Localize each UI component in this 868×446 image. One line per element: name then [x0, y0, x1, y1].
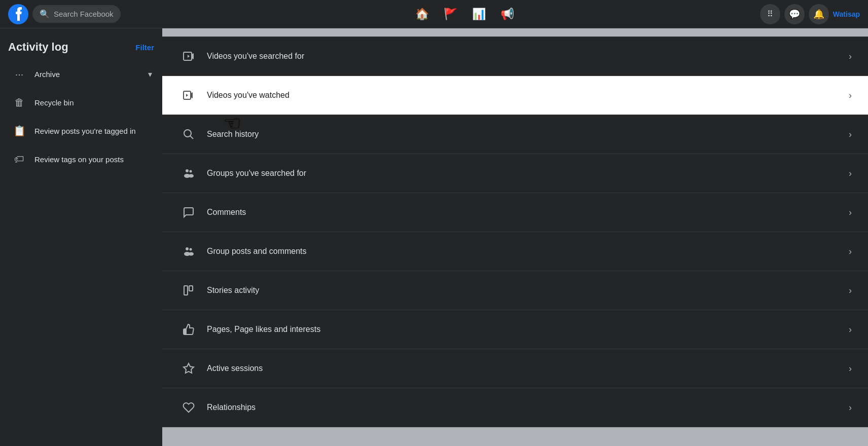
- menu-item-search-history[interactable]: Search history ›: [162, 115, 868, 154]
- menu-item-left: Search history: [178, 124, 259, 144]
- sidebar-item-archive[interactable]: ··· Archive ▾: [4, 60, 158, 88]
- svg-line-6: [190, 136, 193, 139]
- sidebar-title: Activity log: [8, 41, 68, 54]
- comments-icon: [178, 202, 199, 222]
- topnav-center: 🏠 🚩 📊 📢: [170, 2, 758, 26]
- notifications-button[interactable]: 🔔: [809, 4, 829, 24]
- chevron-right-icon: ›: [849, 90, 852, 101]
- stories-label: Stories activity: [207, 286, 259, 295]
- relationships-label: Relationships: [207, 403, 256, 412]
- svg-point-8: [190, 170, 192, 173]
- main-layout: Activity log Filter ··· Archive ▾ 🗑 Recy…: [0, 28, 868, 446]
- active-sessions-icon: [178, 358, 199, 379]
- messenger-button[interactable]: 💬: [784, 4, 805, 24]
- svg-marker-4: [186, 94, 188, 97]
- nav-home-button[interactable]: 🏠: [410, 2, 434, 26]
- comments-label: Comments: [207, 208, 246, 217]
- menu-item-active-sessions[interactable]: Active sessions ›: [162, 349, 868, 388]
- menu-item-left: Pages, Page likes and interests: [178, 319, 320, 340]
- groups-searched-icon: [178, 163, 199, 183]
- menu-item-videos-watched[interactable]: Videos you've watched ›: [162, 76, 868, 115]
- videos-searched-icon: [178, 46, 199, 66]
- svg-point-12: [190, 248, 192, 251]
- archive-left: ··· Archive: [10, 65, 60, 83]
- chevron-right-icon: ›: [849, 246, 852, 257]
- review-tags-icon: 🏷: [10, 150, 28, 168]
- chevron-right-icon: ›: [849, 168, 852, 179]
- menu-item-relationships[interactable]: Relationships ›: [162, 388, 868, 427]
- menu-item-pages-likes[interactable]: Pages, Page likes and interests ›: [162, 310, 868, 349]
- sidebar-item-recycle-bin[interactable]: 🗑 Recycle bin: [4, 88, 158, 117]
- recycle-bin-icon: 🗑: [10, 93, 28, 112]
- chevron-down-icon: ▾: [148, 69, 152, 79]
- chevron-right-icon: ›: [849, 363, 852, 374]
- svg-point-10: [189, 174, 194, 178]
- search-input-placeholder: Search Facebook: [54, 10, 114, 18]
- menu-item-left: Comments: [178, 202, 246, 222]
- chevron-right-icon: ›: [849, 324, 852, 335]
- apps-button[interactable]: ⠿: [760, 4, 780, 24]
- group-posts-icon: [178, 241, 199, 262]
- menu-item-left: Videos you've searched for: [178, 46, 304, 66]
- menu-item-stories[interactable]: Stories activity ›: [162, 271, 868, 310]
- menu-item-comments[interactable]: Comments ›: [162, 193, 868, 232]
- profile-name[interactable]: Watisap: [833, 10, 860, 18]
- sidebar: Activity log Filter ··· Archive ▾ 🗑 Recy…: [0, 28, 162, 446]
- archive-icon: ···: [10, 65, 28, 83]
- group-posts-label: Group posts and comments: [207, 247, 307, 256]
- menu-item-groups-searched[interactable]: Groups you've searched for ›: [162, 154, 868, 193]
- review-posts-icon: 📋: [10, 122, 28, 140]
- facebook-logo[interactable]: [8, 4, 28, 24]
- nav-ads-button[interactable]: 📢: [495, 2, 519, 26]
- sidebar-item-review-tags[interactable]: 🏷 Review tags on your posts: [4, 145, 158, 173]
- svg-point-7: [186, 169, 189, 172]
- svg-marker-2: [188, 55, 190, 58]
- chevron-right-icon: ›: [849, 285, 852, 296]
- chevron-right-icon: ›: [849, 129, 852, 140]
- svg-point-14: [189, 252, 194, 256]
- menu-item-left: Active sessions: [178, 358, 263, 379]
- chevron-right-icon: ›: [849, 207, 852, 218]
- sidebar-item-review-posts[interactable]: 📋 Review posts you're tagged in: [4, 117, 158, 145]
- svg-rect-16: [189, 286, 193, 291]
- pages-likes-icon: [178, 319, 199, 340]
- chevron-right-icon: ›: [849, 402, 852, 413]
- svg-marker-17: [184, 363, 194, 373]
- search-bar[interactable]: 🔍 Search Facebook: [32, 5, 121, 23]
- review-tags-label: Review tags on your posts: [34, 155, 124, 164]
- groups-searched-label: Groups you've searched for: [207, 169, 306, 178]
- menu-item-videos-searched[interactable]: Videos you've searched for ›: [162, 36, 868, 76]
- archive-label: Archive: [34, 70, 60, 79]
- videos-watched-icon: [178, 85, 199, 105]
- topnav-left: 🔍 Search Facebook: [8, 4, 170, 24]
- menu-list: Videos you've searched for › Videos you'…: [162, 36, 868, 427]
- pages-likes-label: Pages, Page likes and interests: [207, 325, 320, 334]
- review-posts-label: Review posts you're tagged in: [34, 127, 136, 135]
- content-area: Videos you've searched for › Videos you'…: [162, 28, 868, 446]
- stories-icon: [178, 280, 199, 301]
- search-history-icon: [178, 124, 199, 144]
- menu-item-left: Groups you've searched for: [178, 163, 306, 183]
- svg-point-11: [186, 247, 189, 250]
- videos-watched-label: Videos you've watched: [207, 91, 290, 100]
- svg-point-5: [184, 130, 191, 137]
- menu-item-left: Videos you've watched: [178, 85, 290, 105]
- menu-item-left: Group posts and comments: [178, 241, 307, 262]
- filter-button[interactable]: Filter: [135, 43, 154, 52]
- nav-pages-button[interactable]: 🚩: [438, 2, 462, 26]
- sidebar-title-row: Activity log Filter: [4, 36, 158, 60]
- search-history-label: Search history: [207, 130, 259, 139]
- menu-item-group-posts[interactable]: Group posts and comments ›: [162, 232, 868, 271]
- active-sessions-label: Active sessions: [207, 364, 263, 373]
- nav-marketplace-button[interactable]: 📊: [466, 2, 491, 26]
- recycle-bin-label: Recycle bin: [34, 98, 74, 107]
- relationships-icon: [178, 397, 199, 418]
- search-icon: 🔍: [40, 9, 50, 19]
- menu-item-left: Relationships: [178, 397, 256, 418]
- top-navigation: 🔍 Search Facebook 🏠 🚩 📊 📢 ⠿ 💬 🔔 Watisap: [0, 0, 868, 28]
- svg-rect-15: [184, 286, 188, 295]
- chevron-right-icon: ›: [849, 51, 852, 62]
- videos-searched-label: Videos you've searched for: [207, 52, 304, 61]
- menu-item-left: Stories activity: [178, 280, 259, 301]
- topnav-right: ⠿ 💬 🔔 Watisap: [758, 4, 860, 24]
